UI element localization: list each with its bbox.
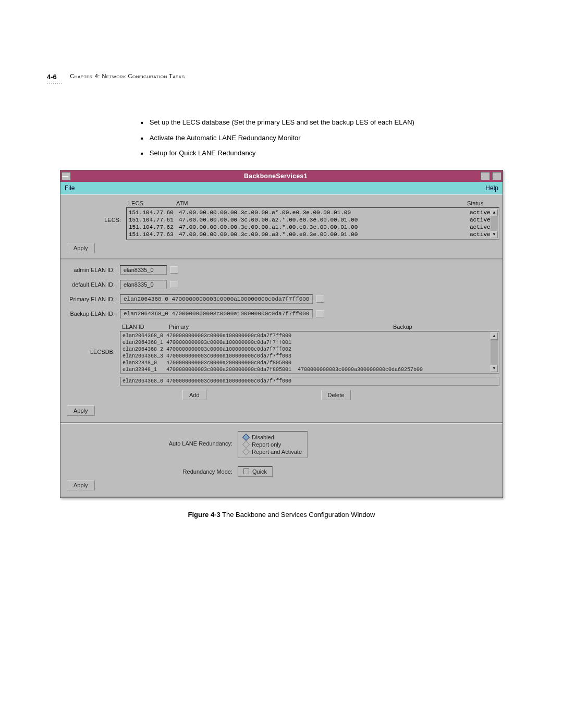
menu-help[interactable]: Help xyxy=(485,184,498,192)
bullet-icon: ■ xyxy=(141,120,143,128)
backup-elan-dropdown[interactable]: elan2064368_0 4700000000003c0000a1000000… xyxy=(120,309,313,318)
primary-elan-dropdown[interactable]: elan2064368_0 4700000000003c0000a1000000… xyxy=(120,294,313,304)
lecs-label: LECS: xyxy=(64,199,126,223)
radio-report-activate[interactable]: Report and Activate xyxy=(243,448,302,455)
minimize-button[interactable]: · xyxy=(481,172,490,180)
list-item: elan2064368_0 4700000000003c0000a1000000… xyxy=(123,332,497,339)
table-row: 151.104.77.6347.00.00.00.00.00.3c.00.00.… xyxy=(129,231,497,238)
list-item: elan32848_1 4700000000003c0000a200000000… xyxy=(123,366,497,373)
menu-file[interactable]: File xyxy=(65,184,75,192)
auto-lane-redundancy-label: Auto LANE Redundancy: xyxy=(64,431,238,447)
default-elan-dropdown[interactable]: elan8335_0 xyxy=(120,280,167,289)
checkbox-icon xyxy=(243,468,249,474)
lecsdb-label: LECSDB: xyxy=(64,324,120,355)
admin-elan-label: admin ELAN ID: xyxy=(64,267,120,273)
table-row: 151.104.77.6247.00.00.00.00.00.3c.00.00.… xyxy=(129,224,497,231)
radio-report-only[interactable]: Report only xyxy=(243,441,302,448)
primary-elan-label: Primary ELAN ID: xyxy=(64,296,120,302)
lecsdb-hdr-id: ELAN ID xyxy=(122,324,169,330)
backup-elan-label: Backup ELAN ID: xyxy=(64,311,120,317)
redundancy-mode-label: Redundancy Mode: xyxy=(64,468,238,475)
menubar: File Help xyxy=(60,182,503,194)
lecs-panel: LECS: LECS ATM Status 151.104.77.6047.00… xyxy=(60,194,503,260)
default-elan-label: default ELAN ID: xyxy=(64,281,120,288)
page-number: 4-6 xyxy=(47,73,63,81)
scrollbar[interactable]: ▲ ▼ xyxy=(491,332,498,372)
dropdown-handle-icon[interactable] xyxy=(316,310,324,317)
bullet-text: Set up the LECS database (Set the primar… xyxy=(150,117,414,128)
redundancy-panel: Auto LANE Redundancy: Disabled Report on… xyxy=(60,423,503,498)
dropdown-handle-icon[interactable] xyxy=(170,266,178,274)
backbone-services-window: — BackboneServices1 · □ File Help LECS: xyxy=(60,170,503,498)
lecsdb-hdr-backup: Backup xyxy=(393,324,497,330)
elan-form-panel: admin ELAN ID: elan8335_0 default ELAN I… xyxy=(60,260,503,423)
chapter-title: Chapter 4: Network Configuration Tasks xyxy=(70,73,185,79)
lecsdb-input[interactable]: elan2064368_0 4700000000003c0000a1000000… xyxy=(120,377,499,386)
titlebar: — BackboneServices1 · □ xyxy=(60,170,503,182)
lecs-hdr-status: Status xyxy=(467,200,497,206)
lecsdb-hdr-primary: Primary xyxy=(169,324,393,330)
redundancy-mode-checkbox[interactable]: Quick xyxy=(238,466,273,477)
table-row: 151.104.77.6047.00.00.00.00.00.3c.00.00.… xyxy=(129,209,497,216)
table-row: 151.104.77.6147.00.00.00.00.00.3c.00.00.… xyxy=(129,216,497,224)
lecs-hdr-lecs: LECS xyxy=(128,200,176,206)
apply-button[interactable]: Apply xyxy=(67,405,95,416)
diamond-icon xyxy=(242,433,250,440)
redundancy-radio-group: Disabled Report only Report and Activate xyxy=(238,431,308,458)
header-dots: ········ xyxy=(47,80,63,86)
bullet-text: Activate the Automatic LANE Redundancy M… xyxy=(150,133,301,143)
window-menu-button[interactable]: — xyxy=(62,172,71,180)
bullet-icon: ■ xyxy=(141,135,143,143)
diamond-icon xyxy=(242,448,250,455)
lecs-hdr-atm: ATM xyxy=(176,200,467,206)
scroll-up-icon[interactable]: ▲ xyxy=(491,332,498,340)
apply-button[interactable]: Apply xyxy=(67,480,95,490)
radio-disabled[interactable]: Disabled xyxy=(243,434,302,441)
add-button[interactable]: Add xyxy=(182,390,206,400)
scroll-down-icon[interactable]: ▼ xyxy=(491,231,498,238)
bullet-icon: ■ xyxy=(141,151,143,158)
lecsdb-list[interactable]: elan2064368_0 4700000000003c0000a1000000… xyxy=(120,331,499,374)
dropdown-handle-icon[interactable] xyxy=(316,295,324,303)
list-item: elan2064368_2 4700000000003c0000a1000000… xyxy=(123,346,497,353)
window-title: BackboneServices1 xyxy=(72,172,480,180)
figure-caption: Figure 4-3 The Backbone and Services Con… xyxy=(47,511,516,519)
scroll-up-icon[interactable]: ▲ xyxy=(491,209,498,216)
lecs-table-header: LECS ATM Status xyxy=(126,199,499,207)
list-item: elan32848_0 4700000000003c0000a200000000… xyxy=(123,360,497,366)
delete-button[interactable]: Delete xyxy=(321,390,351,400)
lecs-list[interactable]: 151.104.77.6047.00.00.00.00.00.3c.00.00.… xyxy=(126,207,499,240)
lecsdb-header: ELAN ID Primary Backup xyxy=(120,324,499,331)
admin-elan-dropdown[interactable]: elan8335_0 xyxy=(120,265,167,275)
scrollbar[interactable]: ▲ ▼ xyxy=(491,209,498,238)
diamond-icon xyxy=(242,440,250,448)
bullet-text: Setup for Quick LANE Redundancy xyxy=(150,148,256,158)
apply-button[interactable]: Apply xyxy=(67,243,95,253)
dropdown-handle-icon[interactable] xyxy=(170,281,178,288)
list-item: elan2064368_3 4700000000003c0000a1000000… xyxy=(123,353,497,360)
scroll-down-icon[interactable]: ▼ xyxy=(491,365,498,372)
list-item: elan2064368_1 4700000000003c0000a1000000… xyxy=(123,339,497,346)
maximize-button[interactable]: □ xyxy=(492,172,501,180)
